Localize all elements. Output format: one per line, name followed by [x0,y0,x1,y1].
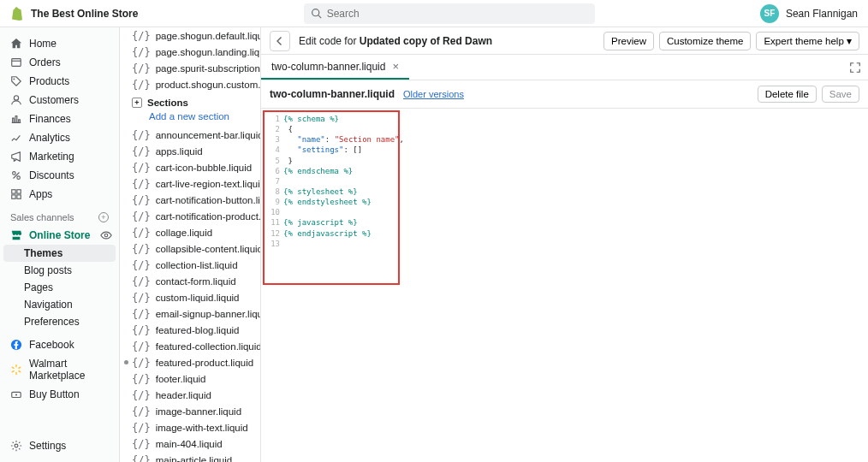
expand-icon[interactable] [849,62,861,74]
file-item[interactable]: {/}page.spurit-subscriptions.liquid [120,60,260,76]
customize-theme-button[interactable]: Customize theme [659,32,751,50]
liquid-file-icon: {/} [132,79,151,91]
file-item[interactable]: {/}apps.liquid [120,143,260,159]
file-item[interactable]: {/}featured-blog.liquid [120,322,260,338]
liquid-file-icon: {/} [132,357,151,369]
file-item[interactable]: {/}featured-collection.liquid [120,338,260,354]
home-icon [10,38,22,50]
sidebar-item-apps[interactable]: Apps [0,185,119,204]
analytics-icon [10,132,22,144]
liquid-file-icon: {/} [132,210,151,222]
code-content[interactable]: 1{% schema %}2 {3 "name": "Section name"… [263,110,400,285]
liquid-file-icon: {/} [132,422,151,434]
file-item[interactable]: {/}image-with-text.liquid [120,419,260,435]
sidebar-item-customers[interactable]: Customers [0,91,119,110]
arrow-left-icon [275,36,285,46]
sidebar-item-facebook[interactable]: Facebook [0,335,119,354]
sidebar-sub-themes[interactable]: Themes [3,245,116,262]
svg-rect-15 [15,372,16,376]
orders-icon [10,56,22,68]
add-channel-icon[interactable]: + [98,212,109,222]
liquid-file-icon: {/} [132,308,151,320]
sidebar-item-discounts[interactable]: Discounts [0,166,119,185]
eye-icon[interactable] [100,229,112,241]
older-versions-link[interactable]: Older versions [403,89,464,99]
file-item[interactable]: {/}collection-list.liquid [120,257,260,273]
file-item[interactable]: {/}product.shogun.custom.liquid [120,76,260,92]
file-item[interactable]: {/}contact-form.liquid [120,273,260,289]
delete-file-button[interactable]: Delete file [758,86,817,103]
file-item[interactable]: {/}collage.liquid [120,224,260,240]
expert-help-button[interactable]: Expert theme help ▾ [756,32,859,50]
save-button[interactable]: Save [822,86,859,103]
add-icon: + [132,98,142,108]
back-button[interactable] [270,31,290,51]
finances-icon [10,113,22,125]
file-item[interactable]: {/}featured-product.liquid [120,354,260,370]
liquid-file-icon: {/} [132,454,151,463]
file-item[interactable]: {/}header.liquid [120,387,260,403]
svg-rect-11 [17,195,21,198]
file-item[interactable]: {/}cart-notification-product.liquid [120,208,260,224]
sidebar-item-products[interactable]: Products [0,72,119,91]
file-item[interactable]: {/}page.shogun.default.liquid [120,27,260,44]
settings-link[interactable]: Settings [0,436,119,455]
liquid-file-icon: {/} [132,227,151,239]
user-menu[interactable]: SF Sean Flannigan [760,4,858,23]
file-item[interactable]: {/}collapsible-content.liquid [120,240,260,257]
svg-point-6 [17,176,21,180]
file-item[interactable]: {/}email-signup-banner.liquid [120,305,260,322]
file-item[interactable]: {/}footer.liquid [120,370,260,387]
liquid-file-icon: {/} [132,30,151,42]
sidebar-item-finances[interactable]: Finances [0,110,119,128]
file-item[interactable]: {/}cart-live-region-text.liquid [120,175,260,192]
sidebar-item-buy-button[interactable]: Buy Button [0,385,119,404]
close-icon[interactable]: × [392,60,399,73]
search-input[interactable] [304,3,595,24]
liquid-file-icon: {/} [132,46,151,58]
walmart-icon [10,364,22,376]
liquid-file-icon: {/} [132,62,151,74]
sales-channels-header: Sales channels + [0,204,119,226]
search-icon [311,8,322,19]
store-name: The Best Online Store [31,8,138,20]
customers-icon [10,94,22,106]
add-new-section[interactable]: Add a new section [137,110,260,127]
marketing-icon [10,151,22,163]
page-title: Edit code for Updated copy of Red Dawn [299,35,492,47]
sidebar-item-online-store[interactable]: Online Store [0,226,119,245]
liquid-file-icon: {/} [132,178,151,190]
sections-header[interactable]: + Sections [120,92,260,110]
sidebar-item-marketing[interactable]: Marketing [0,147,119,166]
sidebar-sub-blog-posts[interactable]: Blog posts [0,262,119,279]
topbar: The Best Online Store SF Sean Flannigan [0,0,868,27]
editor-tab[interactable]: two-column-banner.liquid × [261,55,409,80]
file-item[interactable]: {/}page.shogun.landing.liquid [120,44,260,60]
file-item[interactable]: {/}main-404.liquid [120,435,260,452]
svg-point-21 [15,394,17,395]
code-editor: Edit code for Updated copy of Red Dawn P… [261,27,868,462]
file-item[interactable]: {/}cart-notification-button.liquid [120,192,260,208]
discounts-icon [10,169,22,181]
file-item[interactable]: {/}announcement-bar.liquid [120,127,260,143]
liquid-file-icon: {/} [132,275,151,287]
sidebar-sub-pages[interactable]: Pages [0,279,119,296]
liquid-file-icon: {/} [132,129,151,141]
sidebar-sub-navigation[interactable]: Navigation [0,296,119,313]
file-item[interactable]: {/}image-banner.liquid [120,403,260,419]
liquid-file-icon: {/} [132,438,151,450]
sidebar-item-home[interactable]: Home [0,34,119,53]
file-item[interactable]: {/}cart-icon-bubble.liquid [120,159,260,175]
buybutton-icon [10,388,22,400]
file-item[interactable]: {/}custom-liquid.liquid [120,289,260,305]
svg-rect-8 [12,190,15,193]
svg-point-3 [14,79,15,80]
file-item[interactable]: {/}main-article.liquid [120,452,260,462]
svg-point-12 [104,234,108,237]
preview-button[interactable]: Preview [603,32,654,50]
sidebar-sub-preferences[interactable]: Preferences [0,313,119,330]
sidebar-item-orders[interactable]: Orders [0,53,119,72]
avatar: SF [760,4,779,23]
sidebar-item-analytics[interactable]: Analytics [0,128,119,147]
sidebar-item-walmart-marketplace[interactable]: Walmart Marketplace [0,354,119,385]
